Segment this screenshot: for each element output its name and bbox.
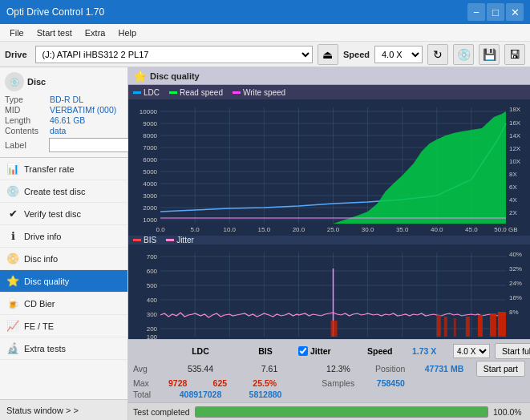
svg-text:12X: 12X [509, 145, 521, 152]
write-speed-label: Write speed [243, 88, 285, 97]
bis-label: BIS [144, 236, 156, 244]
stats-header-ldc: LDC [168, 346, 233, 356]
sidebar-item-verify-test-disc[interactable]: ✔ Verify test disc [0, 203, 127, 225]
contents-key: Contents [5, 126, 47, 135]
avg-label: Avg [133, 364, 164, 374]
svg-text:30.0: 30.0 [362, 226, 374, 233]
menu-help[interactable]: Help [111, 26, 143, 39]
save-button[interactable]: 💾 [479, 44, 500, 65]
samples-val: 758450 [366, 378, 415, 388]
maximize-button[interactable]: □ [487, 3, 504, 21]
avg-bis: 7.61 [237, 364, 301, 374]
disc-info-label: Disc info [24, 254, 58, 264]
drive-select[interactable]: (J:) ATAPI iHBS312 2 PL17 [35, 46, 313, 63]
svg-rect-93 [444, 317, 447, 337]
status-window-label: Status window > > [6, 406, 79, 415]
jitter-checkbox[interactable] [298, 346, 308, 356]
sidebar-item-disc-quality[interactable]: ⭐ Disc quality [0, 270, 127, 293]
create-test-disc-label: Create test disc [24, 187, 85, 196]
svg-rect-96 [478, 315, 483, 337]
svg-text:5000: 5000 [143, 168, 157, 176]
save2-button[interactable]: 🖫 [504, 44, 525, 65]
top-chart: 10000 9000 8000 7000 6000 5000 4000 3000… [128, 99, 530, 236]
svg-text:32%: 32% [509, 265, 522, 273]
svg-rect-92 [437, 315, 441, 337]
titlebar: Opti Drive Control 1.70 − □ ✕ [0, 0, 530, 24]
drive-info-icon: ℹ [6, 230, 19, 243]
sidebar-item-transfer-rate[interactable]: 📊 Transfer rate [0, 158, 127, 180]
bis-dot [133, 239, 141, 241]
drivebar: Drive (J:) ATAPI iHBS312 2 PL17 ⏏ Speed … [0, 42, 530, 67]
refresh-button[interactable]: ↻ [427, 44, 448, 65]
svg-rect-94 [454, 318, 456, 337]
stats-max-row: Max 9728 625 25.5% Samples 758450 [133, 378, 525, 388]
contents-value: data [50, 126, 66, 135]
stats-header-row: LDC BIS Jitter Speed 1.73 X 4.0 X Start … [133, 343, 525, 359]
sidebar-item-fe-te[interactable]: 📈 FE / TE [0, 315, 127, 337]
progress-area: Test completed 100.0% [128, 402, 530, 420]
read-speed-dot [169, 91, 177, 94]
svg-rect-97 [490, 313, 496, 337]
sidebar-item-cd-bier[interactable]: 🍺 CD Bier [0, 293, 127, 315]
minimize-button[interactable]: − [467, 3, 485, 21]
status-window-button[interactable]: Status window > > [0, 399, 127, 420]
svg-text:16%: 16% [509, 294, 522, 301]
read-speed-label: Read speed [180, 88, 223, 97]
main-layout: 💿 Disc Type BD-R DL MID VERBATIMf (000) … [0, 67, 530, 420]
legend-jitter: Jitter [166, 236, 194, 244]
menu-file[interactable]: File [3, 26, 30, 39]
speed-select-top[interactable]: 4.0 X 8.0 X [374, 46, 423, 63]
sidebar-item-disc-info[interactable]: 📀 Disc info [0, 248, 127, 270]
top-chart-svg: 10000 9000 8000 7000 6000 5000 4000 3000… [128, 99, 530, 236]
fe-te-label: FE / TE [24, 321, 54, 331]
max-jitter: 25.5% [253, 378, 317, 388]
svg-text:2000: 2000 [143, 204, 157, 212]
svg-text:50.0 GB: 50.0 GB [494, 226, 517, 233]
sidebar-item-drive-info[interactable]: ℹ Drive info [0, 225, 127, 248]
legend-ldc: LDC [133, 88, 160, 97]
svg-text:2X: 2X [509, 209, 517, 216]
verify-test-disc-icon: ✔ [6, 208, 19, 220]
disc-button[interactable]: 💿 [453, 44, 474, 65]
jitter-checkbox-container: Jitter [298, 346, 362, 356]
jitter-dot [166, 239, 174, 241]
length-value: 46.61 GB [50, 115, 85, 125]
menu-start-test[interactable]: Start test [30, 26, 79, 39]
svg-text:600: 600 [147, 268, 158, 275]
svg-text:500: 500 [147, 282, 158, 289]
stats-speed-select[interactable]: 4.0 X [453, 344, 490, 358]
svg-text:9000: 9000 [143, 120, 157, 127]
close-button[interactable]: ✕ [506, 3, 524, 21]
svg-text:200: 200 [147, 325, 158, 333]
max-ldc: 9728 [168, 378, 187, 388]
top-legend: LDC Read speed Write speed [128, 85, 530, 99]
right-panel: ⭐ Disc quality LDC Read speed Write spee… [128, 67, 530, 420]
eject-button[interactable]: ⏏ [318, 44, 338, 65]
ldc-dot [133, 91, 141, 94]
type-key: Type [5, 95, 47, 104]
svg-text:15.0: 15.0 [258, 226, 271, 233]
svg-text:35.0: 35.0 [396, 226, 409, 233]
mid-key: MID [5, 105, 47, 115]
avg-ldc: 535.44 [168, 364, 233, 374]
sidebar-item-extra-tests[interactable]: 🔬 Extra tests [0, 337, 127, 360]
svg-text:7000: 7000 [143, 144, 157, 151]
disc-info-panel: 💿 Disc Type BD-R DL MID VERBATIMf (000) … [0, 67, 127, 158]
max-bis: 625 [192, 378, 248, 388]
sidebar-item-create-test-disc[interactable]: 💿 Create test disc [0, 180, 127, 203]
jitter-label: Jitter [176, 236, 194, 244]
start-part-button[interactable]: Start part [476, 361, 525, 377]
menu-extra[interactable]: Extra [79, 26, 112, 39]
svg-text:300: 300 [147, 311, 158, 318]
write-speed-dot [233, 91, 241, 94]
stats-total-row: Total 408917028 5812880 [133, 390, 525, 399]
svg-text:5.0: 5.0 [191, 226, 200, 233]
position-val: 47731 MB [420, 364, 468, 374]
chart-titlebar: ⭐ Disc quality [128, 67, 530, 85]
drive-label: Drive [5, 50, 27, 59]
app-title: Opti Drive Control 1.70 [6, 6, 467, 18]
start-full-button[interactable]: Start full [495, 343, 530, 359]
svg-text:45.0: 45.0 [465, 226, 478, 233]
speed-label: Speed [343, 50, 370, 59]
svg-text:4X: 4X [509, 196, 517, 204]
